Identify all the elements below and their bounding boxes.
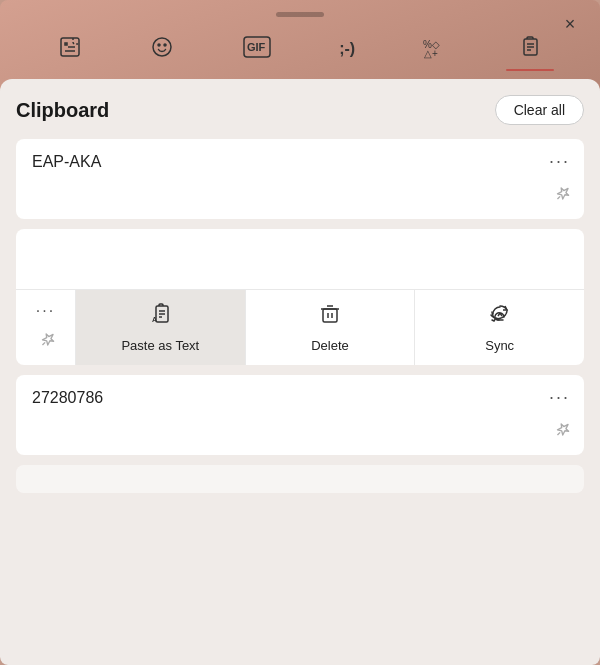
clipboard-item-1-more-button[interactable]: ··· bbox=[549, 151, 570, 172]
svg-line-22 bbox=[557, 432, 560, 435]
paste-as-text-button[interactable]: A Paste as Text bbox=[76, 290, 246, 365]
clipboard-item-4-partial bbox=[16, 465, 584, 493]
section-header: Clipboard Clear all bbox=[16, 95, 584, 125]
clipboard-item-3-more-button[interactable]: ··· bbox=[549, 387, 570, 408]
svg-rect-19 bbox=[323, 309, 337, 322]
tabs-bar: GIF ;-) %◇ △+ bbox=[0, 23, 600, 71]
clear-all-button[interactable]: Clear all bbox=[495, 95, 584, 125]
clipboard-content: Clipboard Clear all EAP-AKA ··· ··· bbox=[0, 79, 600, 665]
clipboard-icon bbox=[518, 35, 542, 63]
gif-icon: GIF bbox=[243, 36, 271, 62]
tab-sticker[interactable] bbox=[46, 29, 94, 71]
clipboard-item-2-more-button[interactable]: ··· bbox=[36, 302, 55, 320]
special-chars-icon: %◇ △+ bbox=[423, 35, 449, 63]
sync-icon bbox=[488, 302, 512, 332]
sync-label: Sync bbox=[485, 338, 514, 353]
clipboard-item-3: 27280786 ··· bbox=[16, 375, 584, 455]
clipboard-item-3-pin-button[interactable] bbox=[547, 417, 576, 446]
clipboard-item-2: ··· bbox=[16, 229, 584, 365]
clipboard-item-2-top bbox=[16, 229, 584, 279]
svg-line-13 bbox=[42, 342, 45, 345]
svg-text:A: A bbox=[152, 316, 157, 323]
clipboard-item-2-actions: A Paste as Text De bbox=[76, 290, 584, 365]
drag-handle bbox=[0, 0, 600, 23]
clipboard-item-1-pin-button[interactable] bbox=[547, 181, 576, 210]
clipboard-item-2-side-actions: ··· bbox=[16, 290, 76, 365]
clipboard-item-3-text: 27280786 bbox=[32, 389, 103, 406]
emoji-icon bbox=[150, 35, 174, 63]
drag-bar bbox=[276, 12, 324, 17]
tab-kaomoji[interactable]: ;-) bbox=[327, 35, 367, 65]
close-button[interactable]: × bbox=[556, 10, 584, 38]
clipboard-item-2-pin-button[interactable] bbox=[31, 327, 60, 356]
delete-button[interactable]: Delete bbox=[246, 290, 416, 365]
paste-as-text-icon: A bbox=[148, 302, 172, 332]
delete-label: Delete bbox=[311, 338, 349, 353]
paste-as-text-label: Paste as Text bbox=[121, 338, 199, 353]
tab-emoji[interactable] bbox=[138, 29, 186, 71]
clipboard-item-1-text: EAP-AKA bbox=[32, 153, 101, 170]
tab-gif[interactable]: GIF bbox=[231, 30, 283, 70]
section-title: Clipboard bbox=[16, 99, 109, 122]
kaomoji-icon: ;-) bbox=[339, 41, 355, 57]
delete-icon bbox=[318, 302, 342, 332]
sync-button[interactable]: Sync bbox=[415, 290, 584, 365]
svg-point-3 bbox=[164, 44, 166, 46]
clipboard-item-2-context-menu: ··· bbox=[16, 289, 584, 365]
sticker-icon bbox=[58, 35, 82, 63]
tab-special-chars[interactable]: %◇ △+ bbox=[411, 29, 461, 71]
svg-text:△+: △+ bbox=[424, 48, 438, 59]
svg-point-1 bbox=[153, 38, 171, 56]
tab-clipboard[interactable] bbox=[506, 29, 554, 71]
clipboard-item-1: EAP-AKA ··· bbox=[16, 139, 584, 219]
svg-line-12 bbox=[557, 196, 560, 199]
clipboard-panel: × bbox=[0, 0, 600, 665]
svg-text:GIF: GIF bbox=[247, 41, 266, 53]
svg-point-2 bbox=[158, 44, 160, 46]
